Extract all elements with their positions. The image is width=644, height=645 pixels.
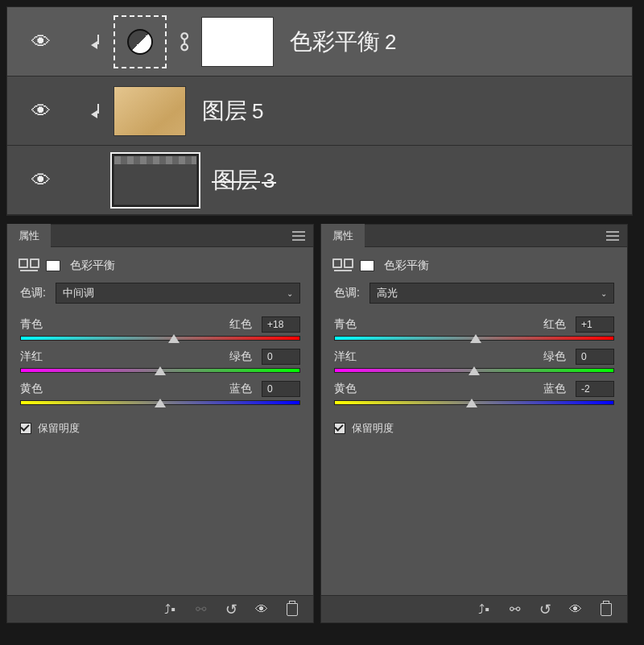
adjustment-title: 色彩平衡 xyxy=(70,258,115,273)
tone-row: 色调: 中间调 ⌄ xyxy=(20,283,300,304)
balance-icon xyxy=(334,260,352,271)
layer-row-color-balance[interactable]: 👁 ⚯ 色彩平衡 2 xyxy=(7,7,632,76)
mg-value[interactable]: 0 xyxy=(262,349,300,365)
indent xyxy=(65,35,114,49)
panel-header: 属性 xyxy=(7,225,313,247)
thumbnails: ⚯ xyxy=(114,15,274,68)
slider-knob[interactable] xyxy=(470,334,481,343)
red-label: 红色 xyxy=(543,317,566,332)
clip-down-arrow-icon xyxy=(91,104,105,118)
mask-thumbnail[interactable] xyxy=(201,17,274,67)
checkbox-icon[interactable] xyxy=(20,423,31,434)
panel-menu-icon[interactable] xyxy=(606,231,619,241)
visibility-button[interactable]: 👁 xyxy=(254,602,270,618)
reset-button[interactable]: ↻ xyxy=(223,602,239,618)
yb-track[interactable] xyxy=(334,400,614,405)
tab-label: 属性 xyxy=(332,229,353,242)
slider-knob[interactable] xyxy=(168,334,180,343)
layers-panel: 👁 ⚯ 色彩平衡 2 👁 图层 5 👁 xyxy=(6,6,633,216)
properties-tab[interactable]: 属性 xyxy=(321,224,365,248)
chain-button[interactable]: ⚯ xyxy=(192,602,208,618)
yellow-label: 黄色 xyxy=(334,382,357,396)
panel-menu-icon[interactable] xyxy=(292,231,305,241)
delete-button[interactable] xyxy=(284,602,300,618)
tab-label: 属性 xyxy=(19,229,39,242)
preserve-label: 保留明度 xyxy=(352,421,394,436)
mask-icon[interactable] xyxy=(46,260,60,271)
layer-suffix: 5 xyxy=(252,99,263,124)
panel-footer: ⤴▪ ⚯ ↻ 👁 xyxy=(7,595,313,622)
slider-knob[interactable] xyxy=(155,399,166,407)
green-label: 绿色 xyxy=(543,349,566,364)
tone-select[interactable]: 中间调 ⌄ xyxy=(56,283,300,304)
magenta-label: 洋红 xyxy=(20,349,43,364)
preserve-label: 保留明度 xyxy=(38,421,80,436)
yb-track[interactable] xyxy=(20,400,300,405)
yellow-label: 黄色 xyxy=(20,382,43,396)
mg-track[interactable] xyxy=(334,368,614,373)
balance-icon xyxy=(20,260,38,271)
cr-track[interactable] xyxy=(334,336,614,341)
preserve-luminosity-row[interactable]: 保留明度 xyxy=(20,421,300,436)
cyan-label: 青色 xyxy=(334,317,357,332)
cr-track[interactable] xyxy=(20,336,300,341)
magenta-label: 洋红 xyxy=(334,349,357,364)
slider-cyan-red: 青色 红色 +18 xyxy=(20,316,300,341)
slider-knob[interactable] xyxy=(466,399,477,407)
mg-track[interactable] xyxy=(20,368,300,373)
layer-row-plain[interactable]: 👁 图层 3 xyxy=(7,146,632,215)
layer-name[interactable]: 图层 3 xyxy=(213,165,275,196)
clip-to-layer-button[interactable]: ⤴▪ xyxy=(162,602,178,618)
layer-thumbnail[interactable] xyxy=(114,86,186,136)
chain-button[interactable]: ⚯ xyxy=(506,602,522,618)
sliders: 青色 红色 +18 洋红 绿色 0 xyxy=(20,316,300,405)
tone-row: 色调: 高光 ⌄ xyxy=(334,283,614,304)
tone-select[interactable]: 高光 ⌄ xyxy=(369,283,614,304)
slider-yellow-blue: 黄色 蓝色 0 xyxy=(20,381,300,405)
properties-panel-midtones: 属性 色彩平衡 色调: 中间调 ⌄ 青色 xyxy=(6,224,314,623)
trash-icon xyxy=(287,603,298,616)
visibility-toggle[interactable]: 👁 xyxy=(17,169,65,192)
layer-suffix: 2 xyxy=(385,30,396,55)
indent xyxy=(65,104,114,118)
checkbox-icon[interactable] xyxy=(334,423,345,434)
layer-thumbnail[interactable] xyxy=(114,155,197,205)
slider-magenta-green: 洋红 绿色 0 xyxy=(334,349,614,373)
slider-knob[interactable] xyxy=(469,366,480,375)
mask-icon[interactable] xyxy=(360,260,374,271)
red-label: 红色 xyxy=(229,317,252,332)
trash-icon xyxy=(601,603,612,616)
preserve-luminosity-row[interactable]: 保留明度 xyxy=(334,421,614,436)
visibility-toggle[interactable]: 👁 xyxy=(17,100,65,122)
delete-button[interactable] xyxy=(598,602,614,618)
visibility-toggle[interactable]: 👁 xyxy=(17,31,65,53)
yb-value[interactable]: -2 xyxy=(576,381,614,397)
slider-magenta-green: 洋红 绿色 0 xyxy=(20,349,300,373)
clip-down-arrow-icon xyxy=(91,35,105,49)
slider-knob[interactable] xyxy=(155,366,166,375)
cyan-label: 青色 xyxy=(20,317,43,332)
clip-to-layer-button[interactable]: ⤴▪ xyxy=(476,602,492,618)
adjustment-thumbnail[interactable] xyxy=(114,15,167,68)
yb-value[interactable]: 0 xyxy=(262,381,300,397)
adjustment-header: 色彩平衡 xyxy=(334,258,614,273)
layer-row-image[interactable]: 👁 图层 5 xyxy=(7,76,632,146)
adjustment-title: 色彩平衡 xyxy=(384,258,429,273)
layer-name-text: 图层 xyxy=(202,96,247,126)
reset-button[interactable]: ↻ xyxy=(537,602,553,618)
layer-name-text: 图层 xyxy=(213,165,258,196)
link-icon[interactable]: ⚯ xyxy=(171,32,197,51)
panel-body: 色彩平衡 色调: 高光 ⌄ 青色 红色 +1 xyxy=(321,247,627,595)
panel-footer: ⤴▪ ⚯ ↻ 👁 xyxy=(321,595,627,622)
mg-value[interactable]: 0 xyxy=(576,349,614,365)
blue-label: 蓝色 xyxy=(229,382,252,396)
slider-cyan-red: 青色 红色 +1 xyxy=(334,316,614,341)
properties-tab[interactable]: 属性 xyxy=(7,224,51,248)
cr-value[interactable]: +18 xyxy=(262,316,300,333)
visibility-button[interactable]: 👁 xyxy=(568,602,584,618)
slider-yellow-blue: 黄色 蓝色 -2 xyxy=(334,381,614,405)
layer-name[interactable]: 色彩平衡 2 xyxy=(290,27,396,57)
cr-value[interactable]: +1 xyxy=(576,316,614,333)
adjustment-header: 色彩平衡 xyxy=(20,258,300,273)
layer-name[interactable]: 图层 5 xyxy=(202,96,263,126)
